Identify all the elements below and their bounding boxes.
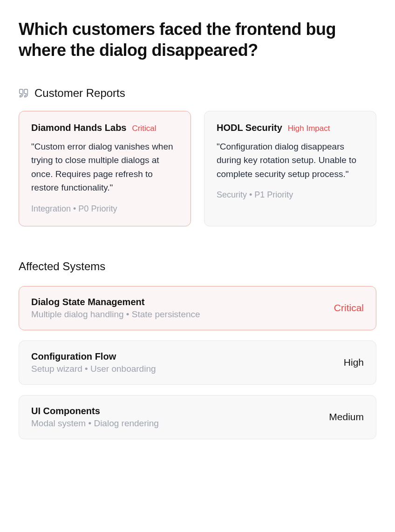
system-row: Configuration Flow Setup wizard • User o… bbox=[19, 341, 376, 385]
customer-report-card: Diamond Hands Labs Critical "Custom erro… bbox=[19, 111, 191, 226]
customer-reports-header: Customer Reports bbox=[19, 87, 376, 100]
report-quote: "Custom error dialog vanishes when tryin… bbox=[31, 140, 178, 195]
customer-reports-grid: Diamond Hands Labs Critical "Custom erro… bbox=[19, 111, 376, 226]
affected-systems-list: Dialog State Management Multiple dialog … bbox=[19, 286, 376, 439]
severity-badge: High Impact bbox=[288, 124, 330, 133]
card-header: HODL Security High Impact bbox=[217, 123, 364, 133]
system-row: UI Components Modal system • Dialog rend… bbox=[19, 395, 376, 439]
system-severity: Critical bbox=[334, 302, 364, 314]
system-sub: Setup wizard • User onboarding bbox=[31, 364, 334, 374]
report-meta: Integration • P0 Priority bbox=[31, 204, 178, 214]
page-title: Which customers faced the frontend bug w… bbox=[19, 19, 376, 61]
customer-name: HODL Security bbox=[217, 123, 282, 133]
system-name: UI Components bbox=[31, 406, 320, 416]
customer-reports-title: Customer Reports bbox=[34, 87, 125, 100]
system-sub: Modal system • Dialog rendering bbox=[31, 418, 320, 429]
affected-systems-title: Affected Systems bbox=[19, 260, 376, 273]
system-row: Dialog State Management Multiple dialog … bbox=[19, 286, 376, 330]
system-name: Configuration Flow bbox=[31, 351, 334, 362]
report-quote: "Configuration dialog disappears during … bbox=[217, 140, 364, 181]
customer-name: Diamond Hands Labs bbox=[31, 123, 126, 133]
system-severity: High bbox=[344, 357, 364, 368]
quote-icon bbox=[19, 88, 29, 98]
system-severity: Medium bbox=[329, 411, 364, 423]
card-header: Diamond Hands Labs Critical bbox=[31, 123, 178, 133]
system-name: Dialog State Management bbox=[31, 297, 325, 307]
system-sub: Multiple dialog handling • State persist… bbox=[31, 309, 325, 320]
customer-report-card: HODL Security High Impact "Configuration… bbox=[204, 111, 376, 226]
severity-badge: Critical bbox=[132, 124, 156, 133]
report-meta: Security • P1 Priority bbox=[217, 190, 364, 200]
